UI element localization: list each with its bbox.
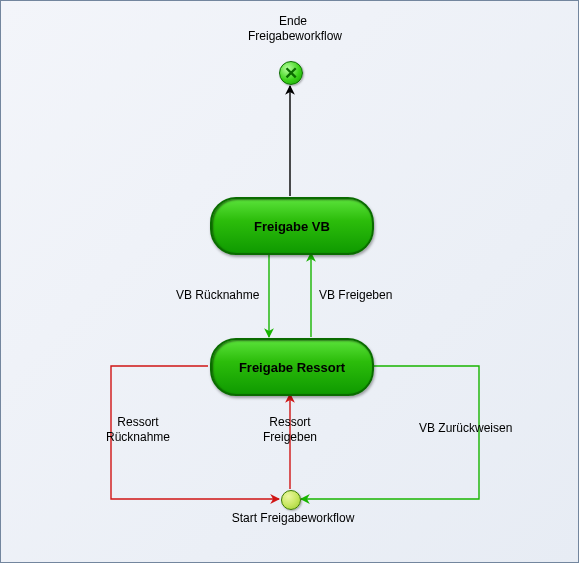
workflow-canvas: Ende Freigabeworkflow ✕ Freigabe VB Frei…	[0, 0, 579, 563]
end-node[interactable]: ✕	[279, 61, 303, 85]
label-ressort-freigeben: Ressort Freigeben	[244, 415, 336, 445]
node-ressort-label: Freigabe Ressort	[239, 360, 345, 375]
end-node-label: Ende Freigabeworkflow	[248, 14, 338, 44]
start-node[interactable]	[281, 490, 301, 510]
end-label-2: Freigabeworkflow	[248, 29, 342, 43]
node-freigabe-ressort[interactable]: Freigabe Ressort	[210, 338, 374, 396]
label-ressort-frei-2: Freigeben	[263, 430, 317, 444]
edges-layer	[1, 1, 579, 563]
label-ressort-ruecknahme: Ressort Rücknahme	[106, 415, 170, 445]
label-ressort-rueck-1: Ressort	[117, 415, 158, 429]
end-node-glyph: ✕	[284, 63, 298, 83]
node-vb-label: Freigabe VB	[254, 219, 330, 234]
label-ressort-frei-1: Ressort	[269, 415, 310, 429]
label-vb-freigeben: VB Freigeben	[319, 288, 392, 303]
label-vb-ruecknahme: VB Rücknahme	[176, 288, 259, 303]
start-node-label: Start Freigabeworkflow	[223, 511, 363, 526]
end-label-1: Ende	[279, 14, 307, 28]
label-ressort-rueck-2: Rücknahme	[106, 430, 170, 444]
node-freigabe-vb[interactable]: Freigabe VB	[210, 197, 374, 255]
label-vb-zurueckweisen: VB Zurückweisen	[419, 421, 512, 436]
